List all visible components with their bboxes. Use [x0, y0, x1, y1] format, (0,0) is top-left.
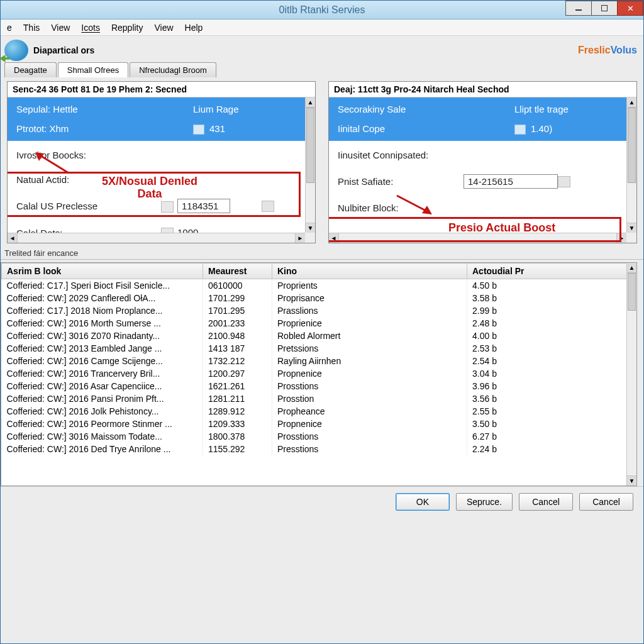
table-cell: Cofferied: CW:] 2016 Jolk Pehistoncy... — [2, 405, 203, 418]
table-cell: 2.53 b — [467, 342, 636, 355]
scroll-thumb[interactable] — [628, 273, 636, 311]
menu-item[interactable]: Help — [185, 23, 203, 33]
tab-shmall-ofrees[interactable]: Shmall Ofrees — [58, 62, 128, 77]
table-cell: Proprienice — [272, 317, 467, 330]
table-cell: Propnenice — [272, 418, 467, 430]
scroll-thumb[interactable] — [628, 108, 636, 183]
vscrollbar[interactable]: ▲▼ — [626, 263, 636, 486]
table-cell: Proprisance — [272, 292, 467, 304]
menu-item[interactable]: View — [51, 23, 70, 33]
title-bar: 0itlb Rtanki Servies ✕ — [1, 1, 643, 19]
tab-strip: Deagatte Shmall Ofrees Nfrecludagl Broom — [1, 62, 643, 77]
table-cell: 2.55 b — [467, 405, 636, 418]
table-row[interactable]: Cofferied: CW:] 2013 Eambled Jange ...14… — [2, 342, 636, 355]
table-cell: 3.04 b — [467, 367, 636, 380]
table-cell: Prosstions — [272, 380, 467, 392]
scroll-corner — [626, 233, 636, 243]
table-cell: 2.54 b — [467, 355, 636, 367]
ok-button[interactable]: OK — [396, 493, 450, 511]
vscrollbar[interactable]: ▲▼ — [305, 97, 315, 233]
col-header[interactable]: Meaurest — [203, 264, 272, 279]
table-row[interactable]: Cofferied: CW:] 2016 Pansi Pronim Pft...… — [2, 392, 636, 405]
table-row[interactable]: Cofferied: CW:] 3016 Maissom Todate...18… — [2, 430, 636, 443]
scroll-thumb[interactable] — [306, 108, 314, 183]
table-cell: 3.58 b — [467, 292, 636, 304]
menu-item[interactable]: This — [23, 23, 40, 33]
maximize-button[interactable] — [591, 1, 618, 16]
field-value[interactable]: 14-215615 — [464, 174, 558, 189]
results-table: Asrim B look Meaurest Kino Actoudial Pr … — [1, 263, 636, 455]
svg-line-0 — [39, 155, 69, 173]
table-row[interactable]: Cofferied: C17.] 2018 Niom Proplance...1… — [2, 304, 636, 317]
table-cell: Robled Alormert — [272, 330, 467, 342]
cancel-button-2[interactable]: Cancel — [579, 493, 633, 511]
table-cell: Cofferied: CW:] 2013 Eambled Jange ... — [2, 342, 203, 355]
table-cell: 1281.211 — [203, 392, 272, 405]
table-cell: Propnenice — [272, 367, 467, 380]
table-row[interactable]: Cofferied: CW:] 2016 Asar Capenciice...1… — [2, 380, 636, 392]
col-header[interactable]: Asrim B look — [2, 264, 203, 279]
field-label: Iinusitet Connipsated: — [338, 150, 464, 160]
table-cell: 6.27 b — [467, 430, 636, 443]
globe-icon — [4, 40, 28, 61]
cancel-button[interactable]: Cancel — [519, 493, 573, 511]
left-panel-title: Senc-24 36 Pott 81 De 19 Phem 2: Secned — [8, 82, 315, 97]
left-panel-body: Sepulal: Hettle Lium Rage Ptrotot: Xhm 4… — [8, 97, 315, 243]
hdr-val: Llipt tle trage — [514, 104, 628, 114]
table-cell: 2.48 b — [467, 317, 636, 330]
brand-a: Freslic — [578, 45, 611, 55]
table-cell: Cofferied: CW:] 2029 Canfleredl OłA... — [2, 292, 203, 304]
branding: FreslicVolus — [578, 45, 637, 56]
table-cell: Proprients — [272, 279, 467, 292]
table-row[interactable]: Cofferied: C17.] Speri Bioct Fisil Senic… — [2, 279, 636, 292]
table-cell: Cofferied: CW:] 3016 Maissom Todate... — [2, 430, 203, 443]
col-header[interactable]: Kino — [272, 264, 467, 279]
table-row[interactable]: Cofferied: CW:] 2016 Peormore Stinmer ..… — [2, 418, 636, 430]
table-cell: Cofferied: C17.] Speri Bioct Fisil Senic… — [2, 279, 203, 292]
right-fields: Iinusitet Connipsated: Pnist Safiate: 14… — [329, 141, 636, 217]
sepruce-button[interactable]: Sepruce. — [456, 493, 513, 511]
brand-b: Volus — [611, 45, 637, 55]
field-label: Pnist Safiate: — [338, 176, 464, 187]
table-cell: 1701.295 — [203, 304, 272, 317]
menu-item[interactable]: Repplity — [111, 23, 143, 33]
vscrollbar[interactable]: ▲▼ — [626, 97, 636, 233]
svg-line-2 — [397, 196, 428, 212]
tab-nfrecludagl[interactable]: Nfrecludagl Broom — [130, 62, 216, 77]
table-cell: 4.00 b — [467, 330, 636, 342]
doc-icon — [514, 125, 526, 135]
button-row: OK Sepruce. Cancel Cancel — [1, 486, 643, 519]
hscrollbar[interactable]: ◄► — [8, 233, 305, 243]
aux-button[interactable] — [558, 176, 570, 187]
right-panel: Deaj: 11ctt 3g Pro-24 Nitarch Heal Secho… — [328, 81, 637, 243]
table-row[interactable]: Cofferied: CW:] 2016 Trancervery Bril...… — [2, 367, 636, 380]
menu-item[interactable]: Icots — [81, 23, 100, 33]
system-buttons: ✕ — [566, 1, 643, 16]
hdr-val: 431 — [193, 123, 306, 135]
grid-caption: Trelited fáir encance — [1, 247, 643, 260]
close-button[interactable]: ✕ — [617, 1, 643, 16]
table-cell: Prosstion — [272, 392, 467, 405]
arrow-icon — [392, 192, 436, 217]
table-row[interactable]: Cofferied: CW:] 2016 Camge Scijenge...17… — [2, 355, 636, 367]
table-cell: Cofferied: CW:] 2016 Pansi Pronim Pft... — [2, 392, 203, 405]
arrow-icon — [34, 151, 72, 176]
menu-item[interactable]: View — [155, 23, 174, 33]
minimize-button[interactable] — [565, 1, 592, 16]
table-row[interactable]: Cofferied: CW:] 2016 Jolk Pehistoncy...1… — [2, 405, 636, 418]
table-cell: 1209.333 — [203, 418, 272, 430]
table-row[interactable]: Cofferied: CW:] 2016 Morth Sumerse ...20… — [2, 317, 636, 330]
menu-bar: e This View Icots Repplity View Help — [1, 19, 643, 36]
table-row[interactable]: Cofferied: CW:] 2029 Canfleredl OłA...17… — [2, 292, 636, 304]
table-cell: 1155.292 — [203, 443, 272, 455]
table-row[interactable]: Cofferied: CW:] 3016 Z070 Rinadanty...21… — [2, 330, 636, 342]
table-row[interactable]: Cofferied: CW:] 2016 Ded Trye Anrilone .… — [2, 443, 636, 455]
menu-item[interactable]: e — [7, 23, 12, 33]
col-header[interactable]: Actoudial Pr — [467, 264, 636, 279]
right-blue-header: Secorakiny Sale Llipt tle trage Iinital … — [329, 97, 636, 141]
table-cell: 3.96 b — [467, 380, 636, 392]
table-cell: 2100.948 — [203, 330, 272, 342]
tab-deagatte[interactable]: Deagatte — [4, 62, 57, 77]
header-row: Diapartical ors FreslicVolus — [1, 36, 643, 62]
annotation-label-right: Presio Actual Boost — [448, 222, 555, 235]
